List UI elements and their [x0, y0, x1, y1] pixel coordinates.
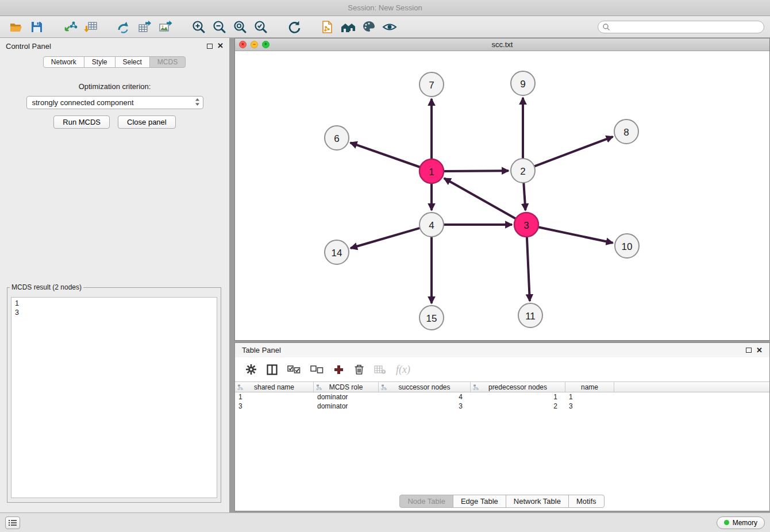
memory-button[interactable]: Memory — [717, 516, 765, 529]
cell-successor-nodes[interactable]: 3 — [379, 402, 471, 410]
tab-node-table[interactable]: Node Table — [399, 495, 453, 508]
zoom-fit-button[interactable] — [230, 18, 251, 36]
cell-predecessor-nodes[interactable]: 2 — [471, 402, 565, 410]
open-session-button[interactable] — [6, 18, 26, 36]
zoom-out-button[interactable] — [209, 18, 230, 36]
table-row[interactable]: 3 dominator 3 2 3 — [235, 402, 769, 411]
add-column-button[interactable] — [333, 364, 344, 375]
apply-style-button[interactable] — [359, 18, 379, 36]
graph-edge-3-1[interactable] — [444, 178, 516, 218]
tab-mcds[interactable]: MCDS — [149, 56, 186, 68]
tab-network-table[interactable]: Network Table — [506, 495, 569, 508]
unselect-all-columns-button[interactable] — [310, 365, 324, 374]
import-table-button[interactable] — [80, 18, 101, 36]
delete-column-button[interactable] — [354, 364, 364, 375]
network-window-title: scc.txt — [492, 40, 513, 49]
graph-node-label-4: 4 — [429, 220, 434, 231]
graph-edge-3-11[interactable] — [527, 237, 530, 301]
table-panel-header: Table Panel ✕ — [235, 343, 769, 357]
zoom-selected-button[interactable] — [251, 18, 271, 36]
delete-table-button[interactable] — [374, 365, 386, 374]
cell-mcds-role[interactable]: dominator — [314, 393, 379, 401]
show-hide-button[interactable] — [379, 18, 400, 36]
save-session-button[interactable] — [26, 18, 47, 36]
deselect-all-icon — [310, 365, 324, 374]
cell-shared-name[interactable]: 1 — [235, 393, 314, 401]
column-header-mcds-role[interactable]: MCDS role — [314, 382, 379, 392]
export-image-button[interactable] — [155, 18, 176, 36]
graph-node-label-6: 6 — [334, 133, 339, 144]
graph-node-label-1: 1 — [429, 167, 434, 178]
eye-icon — [382, 20, 398, 34]
criterion-dropdown-value: strongly connected component — [32, 98, 134, 107]
cell-name[interactable]: 3 — [565, 402, 614, 410]
main-toolbar — [0, 16, 770, 38]
column-tree-icon — [381, 384, 387, 392]
table-settings-button[interactable] — [245, 364, 257, 375]
split-view-icon — [267, 364, 278, 375]
column-tree-icon — [473, 384, 479, 392]
run-mcds-button[interactable]: Run MCDS — [53, 115, 110, 129]
tab-network[interactable]: Network — [43, 56, 84, 68]
cell-name[interactable]: 1 — [565, 393, 614, 401]
table-row[interactable]: 1 dominator 4 1 1 — [235, 392, 769, 402]
cell-mcds-role[interactable]: dominator — [314, 402, 379, 410]
export-network-button[interactable] — [114, 18, 134, 36]
graph-edge-4-14[interactable] — [351, 228, 420, 248]
graph-node-label-10: 10 — [622, 241, 633, 252]
network-graph[interactable]: 7968124314101511 — [235, 51, 769, 340]
tab-motifs[interactable]: Motifs — [568, 495, 605, 508]
window-titlebar: Session: New Session — [0, 0, 770, 16]
graph-node-label-11: 11 — [525, 311, 536, 322]
close-control-panel-icon[interactable]: ✕ — [217, 43, 224, 49]
search-input[interactable] — [598, 21, 764, 33]
criterion-dropdown[interactable]: strongly connected component — [26, 96, 203, 109]
mcds-result-title: MCDS result (2 nodes) — [10, 283, 83, 291]
column-header-name[interactable]: name — [565, 382, 614, 392]
cell-successor-nodes[interactable]: 4 — [379, 393, 471, 401]
control-panel-tabs: Network Style Select MCDS — [0, 56, 229, 68]
graph-edge-2-8[interactable] — [534, 137, 613, 167]
select-all-columns-button[interactable] — [287, 365, 301, 374]
float-control-panel-icon[interactable] — [207, 44, 213, 49]
toggle-column-view-button[interactable] — [267, 364, 278, 375]
tab-edge-table[interactable]: Edge Table — [453, 495, 506, 508]
function-builder-button[interactable]: f(x) — [396, 364, 410, 376]
zoom-in-button[interactable] — [188, 18, 209, 36]
control-panel-title: Control Panel — [6, 42, 51, 51]
graph-edge-2-3[interactable] — [523, 183, 525, 210]
graph-edge-1-2[interactable] — [444, 171, 509, 171]
mcds-result-text[interactable]: 1 3 — [11, 297, 217, 498]
zoom-fit-icon — [233, 20, 248, 34]
zoom-out-icon — [212, 20, 227, 34]
export-table-button[interactable] — [134, 18, 155, 36]
import-network-button[interactable] — [60, 18, 80, 36]
memory-label: Memory — [733, 519, 757, 527]
home-network-button[interactable] — [338, 18, 359, 36]
close-panel-button[interactable]: Close panel — [118, 115, 176, 129]
trash-icon — [354, 364, 364, 375]
network-document-button[interactable] — [317, 18, 338, 36]
cell-predecessor-nodes[interactable]: 1 — [471, 393, 565, 401]
column-header-successor-nodes[interactable]: successor nodes — [379, 382, 471, 392]
float-table-panel-icon[interactable] — [746, 348, 752, 353]
network-document-icon — [320, 20, 335, 34]
column-header-shared-name[interactable]: shared name — [235, 382, 314, 392]
graph-edge-3-10[interactable] — [538, 227, 613, 243]
minimize-window-button[interactable]: − — [251, 41, 258, 48]
tab-select[interactable]: Select — [115, 56, 150, 68]
graph-edge-1-6[interactable] — [351, 142, 421, 167]
maximize-window-button[interactable]: + — [262, 41, 270, 48]
network-canvas[interactable]: 7968124314101511 — [235, 51, 769, 340]
network-view-window: × − + scc.txt 7968124314101511 — [234, 38, 770, 341]
column-header-predecessor-nodes[interactable]: predecessor nodes — [471, 382, 565, 392]
cell-shared-name[interactable]: 3 — [235, 402, 314, 410]
style-palette-icon — [361, 20, 376, 34]
task-history-button[interactable] — [5, 516, 20, 529]
refresh-button[interactable] — [284, 18, 305, 36]
tab-style[interactable]: Style — [84, 56, 116, 68]
control-panel-header: Control Panel ✕ — [0, 38, 229, 54]
close-window-button[interactable]: × — [239, 41, 247, 48]
close-table-panel-icon[interactable]: ✕ — [756, 348, 763, 353]
column-tree-icon — [316, 384, 322, 392]
